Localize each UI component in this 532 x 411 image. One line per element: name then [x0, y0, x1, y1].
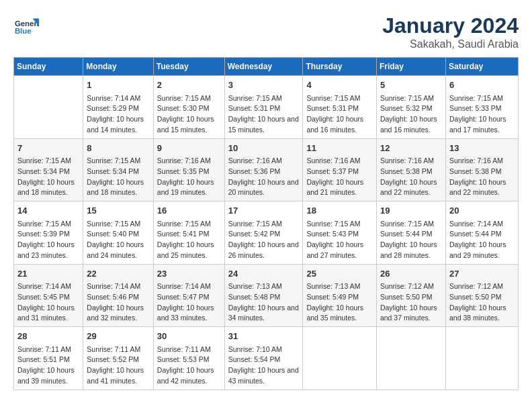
calendar-cell: 11Sunrise: 7:16 AM Sunset: 5:37 PM Dayli… [303, 138, 377, 201]
cell-info: Sunrise: 7:14 AM Sunset: 5:46 PM Dayligh… [87, 281, 149, 324]
cell-info: Sunrise: 7:11 AM Sunset: 5:51 PM Dayligh… [17, 345, 79, 387]
day-number: 22 [87, 267, 149, 281]
cell-info: Sunrise: 7:15 AM Sunset: 5:39 PM Dayligh… [17, 219, 79, 261]
day-number: 28 [17, 330, 79, 343]
day-number: 24 [228, 267, 300, 281]
cell-info: Sunrise: 7:16 AM Sunset: 5:36 PM Dayligh… [228, 156, 300, 198]
title-block: January 2024 Sakakah, Saudi Arabia [382, 13, 519, 50]
calendar-cell: 29Sunrise: 7:11 AM Sunset: 5:52 PM Dayli… [83, 327, 153, 390]
day-number: 21 [17, 267, 79, 281]
logo: General Blue [13, 13, 42, 39]
calendar-cell: 6Sunrise: 7:15 AM Sunset: 5:33 PM Daylig… [445, 76, 518, 139]
day-number: 16 [157, 204, 221, 218]
cell-info: Sunrise: 7:12 AM Sunset: 5:50 PM Dayligh… [380, 281, 442, 324]
calendar-cell: 12Sunrise: 7:16 AM Sunset: 5:38 PM Dayli… [376, 138, 445, 201]
calendar-cell: 25Sunrise: 7:13 AM Sunset: 5:49 PM Dayli… [303, 264, 377, 327]
cell-info: Sunrise: 7:16 AM Sunset: 5:37 PM Dayligh… [306, 156, 373, 198]
calendar-cell: 21Sunrise: 7:14 AM Sunset: 5:45 PM Dayli… [14, 264, 83, 327]
cell-info: Sunrise: 7:12 AM Sunset: 5:50 PM Dayligh… [449, 281, 515, 324]
calendar-cell: 23Sunrise: 7:14 AM Sunset: 5:47 PM Dayli… [153, 264, 224, 327]
calendar-cell: 2Sunrise: 7:15 AM Sunset: 5:30 PM Daylig… [153, 76, 224, 139]
column-header-tuesday: Tuesday [153, 58, 224, 76]
day-number: 13 [449, 142, 515, 155]
calendar-cell: 15Sunrise: 7:15 AM Sunset: 5:40 PM Dayli… [83, 201, 153, 265]
calendar-cell [303, 327, 377, 390]
column-header-thursday: Thursday [303, 58, 377, 76]
calendar-cell [445, 327, 518, 390]
month-year: January 2024 [382, 13, 519, 38]
day-number: 3 [228, 79, 300, 92]
day-number: 17 [228, 204, 300, 218]
day-number: 1 [87, 79, 149, 92]
calendar-cell: 22Sunrise: 7:14 AM Sunset: 5:46 PM Dayli… [83, 264, 153, 327]
week-row-2: 7Sunrise: 7:15 AM Sunset: 5:34 PM Daylig… [14, 138, 519, 201]
day-number: 19 [380, 204, 442, 218]
cell-info: Sunrise: 7:15 AM Sunset: 5:32 PM Dayligh… [380, 93, 442, 136]
calendar-cell: 7Sunrise: 7:15 AM Sunset: 5:34 PM Daylig… [14, 138, 83, 201]
day-number: 26 [380, 267, 442, 281]
calendar-cell: 5Sunrise: 7:15 AM Sunset: 5:32 PM Daylig… [376, 76, 445, 139]
cell-info: Sunrise: 7:15 AM Sunset: 5:33 PM Dayligh… [449, 93, 515, 136]
calendar-cell: 1Sunrise: 7:14 AM Sunset: 5:29 PM Daylig… [83, 76, 153, 139]
day-number: 4 [306, 79, 373, 92]
cell-info: Sunrise: 7:15 AM Sunset: 5:40 PM Dayligh… [87, 219, 149, 261]
column-header-friday: Friday [376, 58, 445, 76]
day-number: 6 [449, 79, 515, 92]
calendar-cell: 30Sunrise: 7:11 AM Sunset: 5:53 PM Dayli… [153, 327, 224, 390]
svg-text:Blue: Blue [15, 27, 32, 35]
calendar-cell: 17Sunrise: 7:15 AM Sunset: 5:42 PM Dayli… [224, 201, 303, 265]
cell-info: Sunrise: 7:15 AM Sunset: 5:34 PM Dayligh… [17, 156, 79, 198]
cell-info: Sunrise: 7:15 AM Sunset: 5:31 PM Dayligh… [228, 93, 300, 136]
day-number: 8 [87, 142, 149, 155]
cell-info: Sunrise: 7:10 AM Sunset: 5:54 PM Dayligh… [228, 345, 300, 387]
cell-info: Sunrise: 7:15 AM Sunset: 5:31 PM Dayligh… [306, 93, 373, 136]
day-number: 23 [157, 267, 221, 281]
calendar-cell: 16Sunrise: 7:15 AM Sunset: 5:41 PM Dayli… [153, 201, 224, 265]
day-number: 14 [17, 204, 79, 218]
calendar-cell: 8Sunrise: 7:15 AM Sunset: 5:34 PM Daylig… [83, 138, 153, 201]
page-header: General Blue January 2024 Sakakah, Saudi… [13, 13, 519, 50]
day-number: 5 [380, 79, 442, 92]
column-header-monday: Monday [83, 58, 153, 76]
day-number: 11 [306, 142, 373, 155]
calendar-cell: 4Sunrise: 7:15 AM Sunset: 5:31 PM Daylig… [303, 76, 377, 139]
day-number: 15 [87, 204, 149, 218]
day-number: 12 [380, 142, 442, 155]
day-number: 25 [306, 267, 373, 281]
cell-info: Sunrise: 7:16 AM Sunset: 5:38 PM Dayligh… [380, 156, 442, 198]
calendar-table: SundayMondayTuesdayWednesdayThursdayFrid… [13, 57, 519, 390]
week-row-1: 1Sunrise: 7:14 AM Sunset: 5:29 PM Daylig… [14, 76, 519, 139]
cell-info: Sunrise: 7:15 AM Sunset: 5:42 PM Dayligh… [228, 219, 300, 261]
cell-info: Sunrise: 7:15 AM Sunset: 5:30 PM Dayligh… [157, 93, 221, 136]
day-number: 7 [17, 142, 79, 155]
cell-info: Sunrise: 7:16 AM Sunset: 5:38 PM Dayligh… [449, 156, 515, 198]
cell-info: Sunrise: 7:13 AM Sunset: 5:48 PM Dayligh… [228, 281, 300, 324]
calendar-cell: 19Sunrise: 7:15 AM Sunset: 5:44 PM Dayli… [376, 201, 445, 265]
calendar-cell: 28Sunrise: 7:11 AM Sunset: 5:51 PM Dayli… [14, 327, 83, 390]
day-number: 9 [157, 142, 221, 155]
cell-info: Sunrise: 7:13 AM Sunset: 5:49 PM Dayligh… [306, 281, 373, 324]
week-row-3: 14Sunrise: 7:15 AM Sunset: 5:39 PM Dayli… [14, 201, 519, 265]
calendar-cell: 14Sunrise: 7:15 AM Sunset: 5:39 PM Dayli… [14, 201, 83, 265]
calendar-cell: 24Sunrise: 7:13 AM Sunset: 5:48 PM Dayli… [224, 264, 303, 327]
week-row-4: 21Sunrise: 7:14 AM Sunset: 5:45 PM Dayli… [14, 264, 519, 327]
calendar-cell [376, 327, 445, 390]
cell-info: Sunrise: 7:14 AM Sunset: 5:47 PM Dayligh… [157, 281, 221, 324]
location: Sakakah, Saudi Arabia [382, 38, 519, 50]
calendar-cell: 27Sunrise: 7:12 AM Sunset: 5:50 PM Dayli… [445, 264, 518, 327]
day-number: 29 [87, 330, 149, 343]
day-number: 2 [157, 79, 221, 92]
day-number: 20 [449, 204, 515, 218]
calendar-cell: 3Sunrise: 7:15 AM Sunset: 5:31 PM Daylig… [224, 76, 303, 139]
day-number: 10 [228, 142, 300, 155]
week-row-5: 28Sunrise: 7:11 AM Sunset: 5:51 PM Dayli… [14, 327, 519, 390]
calendar-cell: 9Sunrise: 7:16 AM Sunset: 5:35 PM Daylig… [153, 138, 224, 201]
day-number: 27 [449, 267, 515, 281]
cell-info: Sunrise: 7:15 AM Sunset: 5:34 PM Dayligh… [87, 156, 149, 198]
calendar-cell: 10Sunrise: 7:16 AM Sunset: 5:36 PM Dayli… [224, 138, 303, 201]
day-number: 31 [228, 330, 300, 343]
column-header-saturday: Saturday [445, 58, 518, 76]
header-row: SundayMondayTuesdayWednesdayThursdayFrid… [14, 58, 519, 76]
cell-info: Sunrise: 7:11 AM Sunset: 5:53 PM Dayligh… [157, 345, 221, 387]
calendar-cell: 18Sunrise: 7:15 AM Sunset: 5:43 PM Dayli… [303, 201, 377, 265]
